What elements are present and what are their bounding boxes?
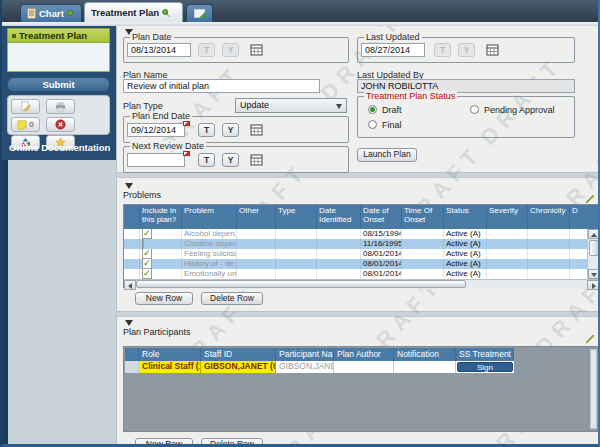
note-icon	[17, 120, 27, 130]
cell-status: Active (A)	[444, 239, 487, 249]
plan-date-yesterday-button[interactable]: Y	[222, 43, 239, 57]
next-review-date-input[interactable]	[127, 153, 185, 167]
plan-end-date-yesterday-button[interactable]: Y	[222, 123, 239, 137]
problems-delete-row-button[interactable]: Delete Row	[201, 292, 263, 305]
edit-pencil-icon[interactable]	[585, 334, 595, 344]
last-updated-group: Last Updated 08/27/2014 T Y	[357, 37, 575, 63]
scrollbar-thumb[interactable]	[589, 240, 599, 256]
col-notification[interactable]: Notification	[394, 348, 456, 361]
print-icon	[55, 101, 66, 112]
col-time-of-onset[interactable]: Time Of Onset	[402, 205, 444, 229]
col-plan-author[interactable]: Plan Author	[334, 348, 394, 361]
print-button[interactable]	[46, 99, 75, 114]
status-pending-approval-radio[interactable]	[470, 105, 479, 114]
launch-plan-button[interactable]: Launch Plan	[357, 148, 417, 162]
bullet-icon	[12, 34, 16, 38]
close-button[interactable]	[46, 117, 75, 132]
plan-type-dropdown[interactable]: Update	[235, 98, 347, 113]
calendar-icon[interactable]	[486, 43, 499, 56]
participants-delete-row-button[interactable]: Delete Row	[201, 438, 263, 447]
plan-date-input[interactable]: 08/13/2014	[127, 43, 191, 57]
include-checkbox[interactable]	[142, 259, 152, 269]
vertical-scrollbar[interactable]	[587, 229, 599, 279]
chevron-down-icon	[336, 104, 342, 109]
participants-new-row-button[interactable]: New Row	[135, 438, 193, 447]
problems-new-row-button[interactable]: New Row	[135, 292, 193, 305]
col-date-of-onset[interactable]: Date of Onset	[361, 205, 402, 229]
col-date-identified[interactable]: Date Identified	[317, 205, 361, 229]
treatment-plan-status-label: Treatment Plan Status	[364, 91, 457, 101]
sidebar-panel-header[interactable]: Treatment Plan	[7, 28, 110, 43]
col-other[interactable]: Other	[237, 205, 276, 229]
cell-problem: Feeling suicidal...	[182, 249, 237, 259]
problems-grid-header: Include in this plan? Problem Other Type…	[124, 205, 599, 229]
notes-button[interactable]: 0	[11, 117, 40, 132]
plan-end-date-today-button[interactable]: T	[198, 123, 215, 137]
tab-open-window[interactable]	[186, 4, 213, 22]
collapse-participants-icon[interactable]	[125, 320, 133, 326]
include-checkbox[interactable]	[142, 269, 152, 279]
submit-button[interactable]: Submit	[7, 77, 110, 92]
problem-row[interactable]: Emotionally un... 08/01/2014 Active (A)	[124, 269, 587, 279]
col-type[interactable]: Type	[276, 205, 317, 229]
next-review-today-button[interactable]: T	[198, 153, 215, 167]
last-updated-today-button[interactable]: T	[434, 43, 451, 57]
scroll-down-icon[interactable]	[588, 269, 600, 279]
scroll-left-icon[interactable]	[124, 280, 136, 290]
sign-button[interactable]: Sign	[457, 362, 513, 372]
last-updated-label: Last Updated	[364, 32, 422, 42]
col-staff-id[interactable]: Staff ID	[201, 348, 276, 361]
status-draft-radio[interactable]	[368, 105, 377, 114]
cell-date-of-onset: 08/01/2014	[361, 249, 402, 259]
sidebar-option-list[interactable]	[7, 43, 110, 72]
edit-pencil-icon[interactable]	[585, 194, 595, 204]
plan-date-today-button[interactable]: T	[198, 43, 215, 57]
include-checkbox[interactable]	[142, 239, 144, 249]
scrollbar-thumb[interactable]	[136, 280, 466, 288]
problem-row[interactable]: Alcohol depen... 08/15/1994 Active (A)	[124, 229, 587, 239]
cell-date-of-onset: 08/01/2014	[361, 269, 402, 279]
scroll-up-icon[interactable]	[588, 229, 600, 239]
next-review-yesterday-button[interactable]: Y	[222, 153, 239, 167]
vertical-scrollbar[interactable]	[590, 349, 597, 429]
online-documentation-link[interactable]: Online Documentation	[9, 142, 110, 153]
calendar-icon[interactable]	[250, 153, 263, 166]
problem-row[interactable]: History of - de... 08/01/2014 Active (A)	[124, 259, 587, 269]
col-ss-treatment[interactable]: SS Treatment	[456, 348, 514, 361]
plan-name-input[interactable]: Review of initial plan	[123, 79, 320, 93]
cell-participant-name: GIBSON,JANET	[276, 361, 334, 373]
last-updated-yesterday-button[interactable]: Y	[458, 43, 475, 57]
horizontal-scrollbar[interactable]	[124, 279, 599, 289]
collapse-problems-icon[interactable]	[125, 183, 133, 189]
plan-end-date-input[interactable]: 09/12/2014	[127, 123, 185, 137]
col-status[interactable]: Status	[444, 205, 487, 229]
problem-row[interactable]: Feeling suicidal... 08/01/2014 Active (A…	[124, 249, 587, 259]
sign-button[interactable]	[11, 99, 40, 114]
col-problem[interactable]: Problem	[182, 205, 237, 229]
tab-treatment-plan[interactable]: Treatment Plan	[84, 2, 183, 22]
row-selector-cell[interactable]	[125, 361, 139, 373]
col-role[interactable]: Role	[139, 348, 201, 361]
col-participant-name[interactable]: Participant Name	[276, 348, 334, 361]
status-final-radio[interactable]	[368, 120, 377, 129]
cell-role[interactable]: Clinical Staff (1)	[139, 361, 201, 373]
include-checkbox[interactable]	[142, 249, 152, 259]
participant-row[interactable]: Clinical Staff (1) GIBSON,JANET (0000...…	[125, 361, 514, 373]
cell-problem: Alcohol depen...	[182, 229, 237, 239]
scroll-right-icon[interactable]	[587, 280, 599, 290]
include-checkbox[interactable]	[142, 229, 152, 239]
cell-staff-id[interactable]: GIBSON,JANET (0000...	[201, 361, 276, 373]
application-window: Chart Treatment Plan Treatment Plan Subm…	[0, 0, 600, 447]
col-severity[interactable]: Severity	[487, 205, 528, 229]
sidebar-panel-title: Treatment Plan	[19, 30, 87, 41]
status-pending-approval-label: Pending Approval	[484, 105, 555, 115]
tab-chart[interactable]: Chart	[20, 4, 82, 22]
tab-chart-label: Chart	[39, 8, 64, 19]
calendar-icon[interactable]	[250, 43, 263, 56]
pushpin-icon	[162, 9, 170, 17]
calendar-icon[interactable]	[250, 123, 263, 136]
problem-row[interactable]: Cocaine depen... 11/16/1995 Active (A)	[124, 239, 587, 249]
sidebar-edge	[2, 160, 8, 447]
col-chronicity[interactable]: Chronicity	[528, 205, 570, 229]
col-include[interactable]: Include in this plan?	[140, 205, 182, 229]
